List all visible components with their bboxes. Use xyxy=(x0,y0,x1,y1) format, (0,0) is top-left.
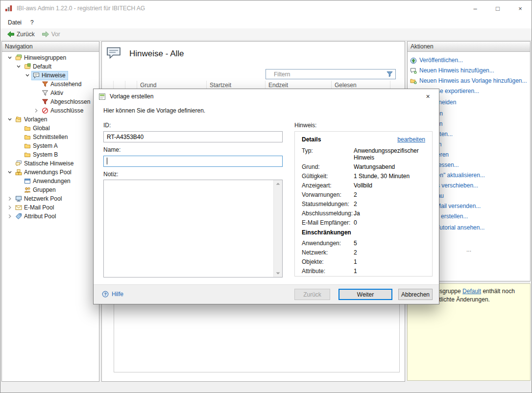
tree-item-label: Vorlagen xyxy=(24,116,47,123)
svg-text:?: ? xyxy=(104,292,106,297)
tree-item-vorlagen[interactable]: Vorlagen xyxy=(2,115,99,124)
tree-item-attribut-pool[interactable]: Attribut Pool xyxy=(2,212,99,221)
detail-value: 1 Stunde, 30 Minuten xyxy=(354,173,425,180)
detail-value: 1 xyxy=(354,258,425,265)
publish-icon xyxy=(410,57,417,64)
detail-label: Gültigkeit: xyxy=(302,173,354,180)
tree-item-label: Ausstehend xyxy=(50,81,81,88)
back-button[interactable]: Zurück xyxy=(3,30,38,39)
add-icon xyxy=(410,67,417,74)
zurueck-button: Zurück xyxy=(294,289,330,300)
tree-item-core: Gruppen xyxy=(23,185,58,195)
tree-item-label: Netzwerk Pool xyxy=(24,195,62,202)
chevron-down-icon xyxy=(6,54,14,62)
hinweis-label: Hinweis: xyxy=(294,122,316,129)
forward-label: Vor xyxy=(51,31,60,38)
titlebar: IBI-aws Admin 1.22.0 - registriert für I… xyxy=(0,0,532,16)
tree-item-label: Global xyxy=(33,125,50,132)
detail-label: E-Mail Empfänger: xyxy=(302,219,354,226)
tree-item-core: Netzwerk Pool xyxy=(14,194,64,204)
tree-item-core: Aktiv xyxy=(40,89,66,98)
tree-item-statische-hinweise[interactable]: Statische Hinweise xyxy=(2,159,99,168)
action-neuen-hinweis-aus-vorlage-hinzufügen[interactable]: Neuen Hinweis aus Vorlage hinzufügen... xyxy=(410,77,528,85)
tree-item-ausschlüsse[interactable]: Ausschlüsse xyxy=(2,106,99,115)
actions-header: Aktionen xyxy=(408,42,530,52)
tree-item-schnittstellen[interactable]: Schnittstellen xyxy=(2,133,99,141)
detail-label: Anwendungen: xyxy=(302,240,354,247)
tree-item-label: System B xyxy=(33,151,58,158)
navigation-header: Navigation xyxy=(2,42,99,52)
bearbeiten-link[interactable]: bearbeiten xyxy=(397,136,425,143)
detail-label: Grund: xyxy=(302,163,354,170)
close-button[interactable]: × xyxy=(509,0,532,16)
weiter-button[interactable]: Weiter xyxy=(339,289,392,300)
detail-row-netzwerk: Netzwerk:2 xyxy=(302,249,425,256)
tree-item-aktiv[interactable]: Aktiv xyxy=(2,89,99,97)
detail-row-objekte: Objekte:1 xyxy=(302,258,425,265)
tree-item-label: Abgeschlossen xyxy=(50,98,90,105)
tree-item-hinweisgruppen[interactable]: Hinweisgruppen xyxy=(2,53,99,62)
detail-row-vorwarnungen: Vorwarnungen:2 xyxy=(302,191,425,198)
dialog-footer: ? Hilfe Zurück Weiter Abbrechen xyxy=(94,284,439,304)
menu-datei[interactable]: Datei xyxy=(3,18,26,27)
hinweis-details-panel: Details bearbeiten Typ:Anwendungsspezifi… xyxy=(294,131,433,277)
notice-default-link[interactable]: Default xyxy=(462,288,481,295)
notiz-scrollbar[interactable] xyxy=(273,180,282,277)
tree-spacer xyxy=(32,81,40,88)
detail-row-statusmeldungen: Statusmeldungen:2 xyxy=(302,201,425,208)
anwendung-icon xyxy=(24,178,31,185)
action-veröffentlichen[interactable]: Veröffentlichen... xyxy=(410,57,528,64)
id-input[interactable] xyxy=(103,131,283,142)
tree-item-anwendungs-pool[interactable]: Anwendungs Pool xyxy=(2,168,99,177)
detail-value: Vollbild xyxy=(354,182,425,189)
minimize-button[interactable]: – xyxy=(464,0,486,16)
help-link[interactable]: ? Hilfe xyxy=(101,290,123,298)
notiz-textarea[interactable] xyxy=(103,180,283,277)
tree-item-abgeschlossen[interactable]: Abgeschlossen xyxy=(2,97,99,106)
detail-label: Abschlussmeldung: xyxy=(302,210,354,217)
details-header: Details xyxy=(302,136,321,143)
tree-item-system-b[interactable]: System B xyxy=(2,150,99,159)
name-input[interactable] xyxy=(103,156,283,167)
filter-input[interactable] xyxy=(266,70,386,78)
tree-item-system-a[interactable]: System A xyxy=(2,141,99,150)
detail-label: Anzeigeart: xyxy=(302,182,354,189)
action-neuen-hinweis-hinzufügen[interactable]: Neuen Hinweis hinzufügen... xyxy=(410,67,528,74)
filter-abgeschlossen-icon xyxy=(41,98,49,106)
tree-item-e-mail-pool[interactable]: E-Mail Pool xyxy=(2,203,99,212)
chevron-right-icon xyxy=(6,195,14,203)
ausschluss-icon xyxy=(41,107,49,115)
tree-item-global[interactable]: Global xyxy=(2,124,99,133)
tree-item-label: Ausschlüsse xyxy=(50,107,83,114)
abbrechen-button[interactable]: Abbrechen xyxy=(398,289,433,300)
tree-item-label: E-Mail Pool xyxy=(24,204,54,211)
dialog-titlebar: Vorlage erstellen × xyxy=(94,89,439,104)
tree-item-ausstehend[interactable]: Ausstehend xyxy=(2,80,99,89)
ordner-icon xyxy=(24,134,31,141)
scroll-down-icon[interactable] xyxy=(274,270,282,277)
tree-item-anwendungen[interactable]: Anwendungen xyxy=(2,177,99,185)
tree-item-core: System A xyxy=(23,141,60,151)
filter-aktiv-icon xyxy=(41,90,49,97)
notiz-label: Notiz: xyxy=(103,171,119,178)
tree-item-default[interactable]: Default xyxy=(2,62,99,71)
tree-item-label: Gruppen xyxy=(33,186,56,193)
statisch-icon xyxy=(15,160,23,167)
dialog-close-button[interactable]: × xyxy=(417,89,439,104)
maximize-button[interactable]: □ xyxy=(486,0,509,16)
forward-arrow-icon xyxy=(42,31,49,38)
tree-item-hinweise[interactable]: Hinweise xyxy=(2,71,99,80)
forward-button: Vor xyxy=(38,30,64,39)
gruppen-icon xyxy=(24,186,31,194)
tree-item-netzwerk-pool[interactable]: Netzwerk Pool xyxy=(2,194,99,203)
tree-spacer xyxy=(15,178,23,185)
tree-item-label: Hinweise xyxy=(42,72,66,79)
menu-help[interactable]: ? xyxy=(26,18,38,27)
detail-row-abschlussmeldung: Abschlussmeldung:Ja xyxy=(302,210,425,217)
tree-item-gruppen[interactable]: Gruppen xyxy=(2,185,99,194)
chevron-right-icon xyxy=(6,213,14,220)
scroll-up-icon[interactable] xyxy=(274,180,282,187)
filter-funnel-icon[interactable] xyxy=(386,70,393,78)
chevron-down-icon xyxy=(6,169,14,176)
dialog-title: Vorlage erstellen xyxy=(110,93,153,100)
